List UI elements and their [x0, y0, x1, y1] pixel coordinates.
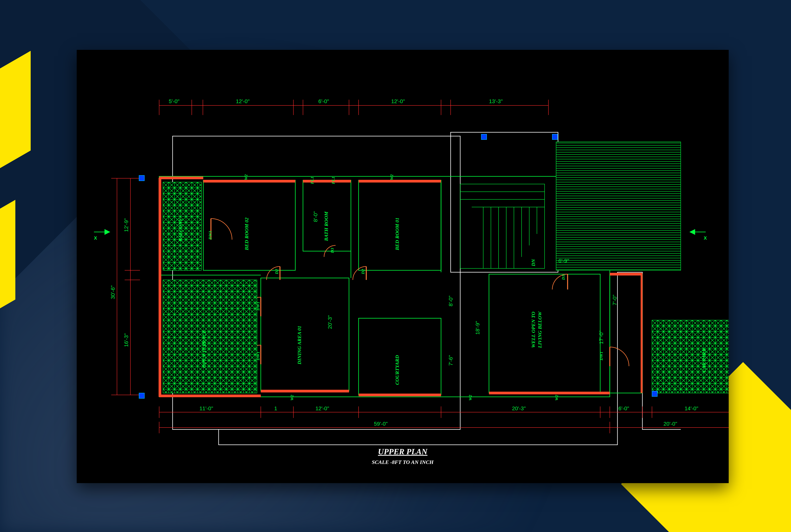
dim-label: 12'-9": [123, 218, 129, 232]
svg-rect-39: [460, 184, 545, 268]
svg-text:BALCONY: BALCONY: [178, 218, 183, 242]
dim-label: 13'-3": [489, 98, 503, 104]
svg-text:18'-9": 18'-9": [475, 321, 481, 335]
floorplan-drawing: 5'-0" 12'-0" 6'-0" 12'-0" 13'-3" 12'-9" …: [77, 50, 729, 483]
dim-label: 11'-0": [200, 405, 213, 412]
svg-text:DINING AREA 01: DINING AREA 01: [297, 326, 302, 364]
svg-text:DW1: DW1: [256, 302, 260, 311]
svg-text:FL1: FL1: [310, 176, 315, 184]
svg-rect-106: [552, 134, 558, 139]
dim-label: 16'-3": [123, 334, 129, 347]
svg-text:7'-6": 7'-6": [448, 355, 454, 366]
svg-text:X: X: [704, 235, 707, 241]
svg-rect-104: [139, 393, 145, 398]
svg-text:D1: D1: [561, 275, 566, 280]
svg-text:D3: D3: [330, 248, 335, 253]
dim-label: 5'-0": [169, 98, 180, 104]
svg-text:W2: W2: [244, 174, 248, 180]
svg-text:W2: W2: [389, 174, 394, 180]
svg-text:20'-3": 20'-3": [327, 315, 333, 329]
svg-text:BED ROOM 01: BED ROOM 01: [394, 217, 400, 250]
svg-text:WELL OPEN TO: WELL OPEN TO: [531, 311, 536, 348]
svg-text:X: X: [94, 235, 97, 241]
svg-text:8'-0": 8'-0": [448, 296, 454, 306]
svg-text:8'-0": 8'-0": [313, 211, 319, 222]
roof-stripe: [556, 142, 681, 270]
dim-label: 20'-0": [663, 421, 677, 427]
dim-left: 12'-9" 16'-3" 30'-6": [110, 178, 140, 395]
svg-text:7'-0": 7'-0": [612, 294, 618, 305]
svg-rect-27: [451, 132, 558, 272]
svg-text:CAR PARK: CAR PARK: [701, 348, 707, 372]
svg-text:W2: W2: [468, 395, 473, 401]
svg-text:LIVING BELOW: LIVING BELOW: [537, 311, 543, 348]
dim-label: 6'-0": [618, 405, 629, 412]
dim-label: 14'-0": [684, 405, 698, 412]
svg-text:W2: W2: [554, 395, 559, 401]
svg-rect-103: [139, 175, 145, 181]
svg-text:DW1: DW1: [599, 352, 604, 361]
svg-text:17'-0": 17'-0": [598, 330, 604, 344]
dim-bottom-1: 11'-0" 1 12'-0" 20'-3" 6'-0" 14'-0": [159, 405, 729, 418]
dim-label: 12'-0": [236, 98, 249, 104]
dim-label: 30'-6": [110, 285, 116, 299]
svg-text:BED ROOM 02: BED ROOM 02: [244, 217, 249, 250]
section-mark-right: X: [692, 232, 707, 241]
carpark-hatch: [652, 320, 729, 393]
svg-rect-32: [261, 278, 349, 391]
svg-rect-35: [610, 274, 642, 393]
dim-label: 1: [274, 405, 277, 412]
dim-label: 12'-0": [316, 405, 329, 412]
svg-text:W2: W2: [289, 395, 294, 401]
svg-text:BATH ROOM: BATH ROOM: [323, 211, 329, 241]
plan-title: UPPER PLAN: [378, 447, 428, 456]
dim-bottom-2: 59'-0" 20'-0": [159, 421, 729, 433]
svg-rect-34: [489, 274, 600, 393]
svg-text:OPEN TERRACE: OPEN TERRACE: [201, 330, 207, 368]
dim-label: 59'-0": [374, 421, 388, 427]
dw-tags: W2FL1FL1W2DW1D2D3D2DW1DW1D1DW1W2W2W2: [208, 174, 604, 401]
dim-label: 6'-0": [318, 98, 329, 104]
svg-text:DW1: DW1: [208, 231, 212, 240]
svg-text:DW1: DW1: [256, 352, 260, 361]
svg-text:D2: D2: [360, 269, 365, 274]
open-terrace-hatch: [163, 280, 257, 393]
svg-text:FL1: FL1: [331, 176, 336, 184]
dim-top: 5'-0" 12'-0" 6'-0" 12'-0" 13'-3": [159, 98, 548, 115]
svg-text:6'-9": 6'-9": [559, 258, 569, 264]
plan-subtitle: SCALE -8FT TO AN INCH: [372, 459, 434, 465]
svg-text:D2: D2: [274, 269, 279, 274]
section-mark-left: X: [94, 232, 107, 241]
svg-text:COURTYARD: COURTYARD: [394, 355, 400, 385]
svg-text:DN: DN: [531, 259, 536, 266]
svg-rect-109: [652, 391, 657, 397]
dim-label: 12'-0": [391, 98, 405, 104]
svg-rect-105: [481, 134, 487, 139]
dim-label: 20'-3": [512, 405, 526, 412]
